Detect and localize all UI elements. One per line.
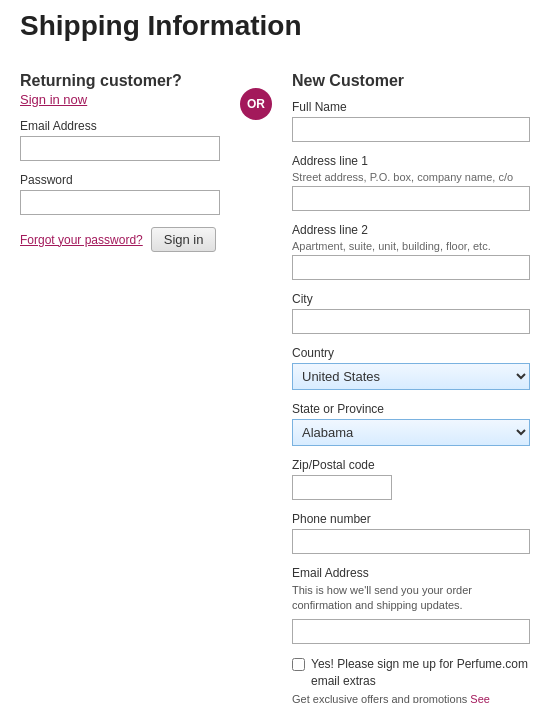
email-label: Email Address xyxy=(20,119,220,133)
city-label: City xyxy=(292,292,530,306)
main-layout: Returning customer? Sign in now Email Ad… xyxy=(20,72,530,703)
email-field-group: Email Address xyxy=(20,119,220,161)
state-select[interactable]: Alabama Alaska Arizona California Florid… xyxy=(292,419,530,446)
returning-customer-section: Returning customer? Sign in now Email Ad… xyxy=(20,72,220,252)
city-group: City xyxy=(292,292,530,334)
page-title: Shipping Information xyxy=(20,10,530,52)
address2-input[interactable] xyxy=(292,255,530,280)
returning-password-input[interactable] xyxy=(20,190,220,215)
extras-checkbox-label: Yes! Please sign me up for Perfume.com e… xyxy=(311,656,530,690)
state-label: State or Province xyxy=(292,402,530,416)
phone-input[interactable] xyxy=(292,529,530,554)
extras-note: Get exclusive offers and promotions See … xyxy=(292,693,530,703)
email-note: This is how we'll send you your order co… xyxy=(292,583,530,614)
state-group: State or Province Alabama Alaska Arizona… xyxy=(292,402,530,446)
password-field-group: Password xyxy=(20,173,220,215)
address1-group: Address line 1 Street address, P.O. box,… xyxy=(292,154,530,211)
extras-checkbox-row: Yes! Please sign me up for Perfume.com e… xyxy=(292,656,530,690)
zip-label: Zip/Postal code xyxy=(292,458,530,472)
city-input[interactable] xyxy=(292,309,530,334)
new-email-input[interactable] xyxy=(292,619,530,644)
address1-input[interactable] xyxy=(292,186,530,211)
zip-input[interactable] xyxy=(292,475,392,500)
full-name-label: Full Name xyxy=(292,100,530,114)
extras-checkbox[interactable] xyxy=(292,658,305,671)
address2-sublabel: Apartment, suite, unit, building, floor,… xyxy=(292,240,530,252)
address1-sublabel: Street address, P.O. box, company name, … xyxy=(292,171,530,183)
country-group: Country United States Canada United King… xyxy=(292,346,530,390)
returning-email-input[interactable] xyxy=(20,136,220,161)
address2-label: Address line 2 xyxy=(292,223,530,237)
returning-title: Returning customer? xyxy=(20,72,220,90)
address2-group: Address line 2 Apartment, suite, unit, b… xyxy=(292,223,530,280)
address1-label: Address line 1 xyxy=(292,154,530,168)
zip-group: Zip/Postal code xyxy=(292,458,530,500)
forgot-password-link[interactable]: Forgot your password? xyxy=(20,233,143,247)
or-circle: OR xyxy=(240,88,272,120)
or-divider: OR xyxy=(240,72,272,120)
sign-in-button[interactable]: Sign in xyxy=(151,227,217,252)
country-label: Country xyxy=(292,346,530,360)
phone-group: Phone number xyxy=(292,512,530,554)
new-email-label: Email Address xyxy=(292,566,530,580)
new-email-group: Email Address This is how we'll send you… xyxy=(292,566,530,644)
full-name-input[interactable] xyxy=(292,117,530,142)
extras-note-text: Get exclusive offers and promotions xyxy=(292,693,467,703)
full-name-group: Full Name xyxy=(292,100,530,142)
phone-label: Phone number xyxy=(292,512,530,526)
country-select[interactable]: United States Canada United Kingdom xyxy=(292,363,530,390)
sign-in-link[interactable]: Sign in now xyxy=(20,92,220,107)
new-customer-title: New Customer xyxy=(292,72,530,90)
password-label: Password xyxy=(20,173,220,187)
forgot-signin-row: Forgot your password? Sign in xyxy=(20,227,220,252)
new-customer-section: New Customer Full Name Address line 1 St… xyxy=(292,72,530,703)
